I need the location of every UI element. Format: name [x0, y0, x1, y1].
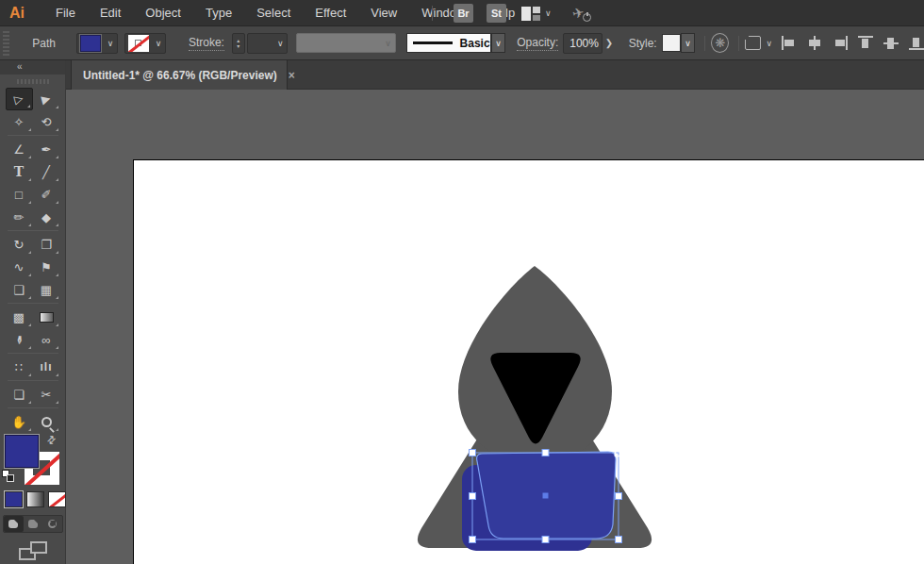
stroke-none-swatch[interactable]: [128, 35, 149, 52]
eraser-tool[interactable]: ◆: [33, 206, 60, 228]
shape-builder-tool[interactable]: ❑: [6, 278, 33, 301]
panel-grip[interactable]: [3, 31, 9, 56]
collapse-panel-button[interactable]: «: [0, 60, 65, 75]
handle-bottom-right[interactable]: [616, 537, 622, 543]
handle-top-center[interactable]: [542, 450, 549, 456]
chevron-down-icon[interactable]: ∨: [273, 39, 287, 48]
stroke-weight-stepper[interactable]: ▴ ▾: [232, 33, 245, 54]
fill-color-dropdown[interactable]: ∨: [76, 33, 118, 54]
paintbrush-tool-icon: ✐: [41, 188, 52, 202]
close-icon[interactable]: ×: [289, 69, 295, 82]
selection-tool[interactable]: ▷: [6, 88, 33, 110]
color-button[interactable]: [5, 491, 23, 507]
draw-normal-button[interactable]: [4, 516, 24, 532]
chevron-down-icon[interactable]: ∨: [104, 39, 117, 48]
gpu-performance-button[interactable]: ✈: [572, 5, 585, 22]
slice-tool[interactable]: ✂: [33, 383, 60, 406]
gradient-button[interactable]: [26, 491, 44, 507]
opacity-field[interactable]: 100%: [563, 33, 602, 54]
canvas[interactable]: [66, 90, 924, 564]
fill-color-swatch[interactable]: [80, 35, 101, 52]
stroke-panel-link[interactable]: Stroke:: [189, 36, 224, 51]
draw-behind-button[interactable]: [24, 516, 43, 532]
puppet-warp-tool[interactable]: ⚑: [33, 256, 60, 278]
swap-fill-stroke-icon[interactable]: ⇄: [44, 433, 59, 448]
control-separator: [704, 36, 705, 51]
menu-item-object[interactable]: Object: [133, 0, 193, 26]
graphic-style-swatch[interactable]: [662, 34, 681, 52]
align-vertical-center-button[interactable]: [883, 36, 899, 50]
brush-dropdown-button[interactable]: ∨: [491, 33, 506, 53]
menu-item-effect[interactable]: Effect: [303, 0, 358, 26]
pen-tool[interactable]: ✒: [33, 138, 60, 160]
curvature-tool[interactable]: ∠: [6, 138, 33, 160]
lasso-tool[interactable]: ⟲: [33, 110, 60, 133]
tools-separator: [8, 303, 58, 304]
opacity-value[interactable]: 100%: [564, 37, 602, 50]
align-horizontal-right-button[interactable]: [833, 36, 848, 50]
fill-proxy-swatch[interactable]: [5, 435, 39, 468]
brush-definition-field[interactable]: Basic: [406, 33, 491, 53]
document-tab[interactable]: Untitled-1* @ 66.67% (RGB/Preview) ×: [71, 60, 288, 90]
handle-top-left[interactable]: [470, 450, 476, 456]
perspective-grid-tool[interactable]: ▦: [33, 278, 60, 301]
width-tool[interactable]: ∿: [6, 256, 33, 278]
blend-tool[interactable]: ∞: [33, 328, 60, 351]
symbol-sprayer-tool[interactable]: ∷: [6, 356, 33, 378]
align-horizontal-left-button[interactable]: [782, 36, 797, 50]
handle-middle-right[interactable]: [616, 493, 622, 500]
opacity-panel-link[interactable]: Opacity:: [517, 36, 558, 51]
center-point[interactable]: [543, 493, 549, 499]
bridge-button[interactable]: Br: [454, 4, 473, 23]
step-down-icon[interactable]: ▾: [237, 43, 239, 49]
type-tool[interactable]: T: [6, 160, 33, 183]
menu-bar: Ai FileEditObjectTypeSelectEffectViewWin…: [0, 0, 924, 26]
menu-item-type[interactable]: Type: [193, 0, 244, 26]
handle-bottom-center[interactable]: [542, 537, 549, 543]
style-dropdown-button[interactable]: ∨: [681, 33, 696, 53]
artboard-tool[interactable]: ❏: [6, 383, 33, 406]
recolor-artwork-button[interactable]: ❋: [711, 33, 729, 53]
stock-button[interactable]: St: [487, 4, 506, 23]
paintbrush-tool[interactable]: ✐: [33, 183, 60, 206]
draw-inside-button[interactable]: [42, 516, 62, 532]
workspace-switcher[interactable]: ∨: [521, 7, 552, 21]
brush-stroke-preview: [413, 41, 453, 44]
align-vertical-top-button[interactable]: [858, 36, 873, 50]
align-horizontal-center-button[interactable]: [807, 36, 822, 50]
scale-tool[interactable]: ❐: [33, 233, 60, 256]
handle-middle-left[interactable]: [470, 493, 476, 500]
line-segment-tool[interactable]: ╱: [33, 160, 60, 183]
eyedropper-tool[interactable]: ✒: [6, 328, 33, 351]
mesh-tool[interactable]: ▩: [6, 306, 33, 328]
draw-normal-icon: [8, 520, 18, 528]
align-vertical-bottom-button[interactable]: [909, 36, 924, 50]
app-logo: Ai: [9, 5, 25, 22]
zoom-tool[interactable]: [33, 410, 60, 433]
stroke-weight-combo[interactable]: ∨: [247, 33, 289, 54]
handle-bottom-left[interactable]: [470, 537, 476, 543]
shaper-tool[interactable]: ✏: [6, 206, 33, 228]
gradient-tool[interactable]: [33, 306, 60, 328]
rotate-tool[interactable]: ↻: [6, 233, 33, 256]
magic-wand-tool[interactable]: ✧: [6, 110, 33, 133]
menu-item-edit[interactable]: Edit: [88, 0, 133, 26]
hand-tool[interactable]: ✋: [6, 410, 33, 433]
artboard[interactable]: [133, 159, 924, 564]
tools-panel-grip[interactable]: [17, 79, 49, 84]
chevron-down-icon[interactable]: ∨: [152, 39, 165, 48]
menu-item-file[interactable]: File: [43, 0, 88, 26]
menu-item-view[interactable]: View: [358, 0, 409, 26]
rectangle-tool[interactable]: □: [6, 183, 33, 206]
column-graph-tool[interactable]: ılı: [33, 356, 60, 378]
opacity-dropdown-button[interactable]: ❯: [602, 33, 616, 54]
zoom-tool-icon: [41, 417, 52, 427]
default-fill-stroke-icon[interactable]: [2, 470, 15, 483]
direct-selection-tool[interactable]: ▶: [33, 88, 60, 110]
direct-selection-tool-icon: ▶: [41, 91, 53, 107]
none-button[interactable]: [48, 491, 66, 507]
change-screen-mode-button[interactable]: [19, 541, 47, 560]
document-setup-button[interactable]: ∨: [745, 36, 772, 50]
stroke-color-dropdown[interactable]: ∨: [124, 33, 166, 54]
menu-item-select[interactable]: Select: [244, 0, 303, 26]
